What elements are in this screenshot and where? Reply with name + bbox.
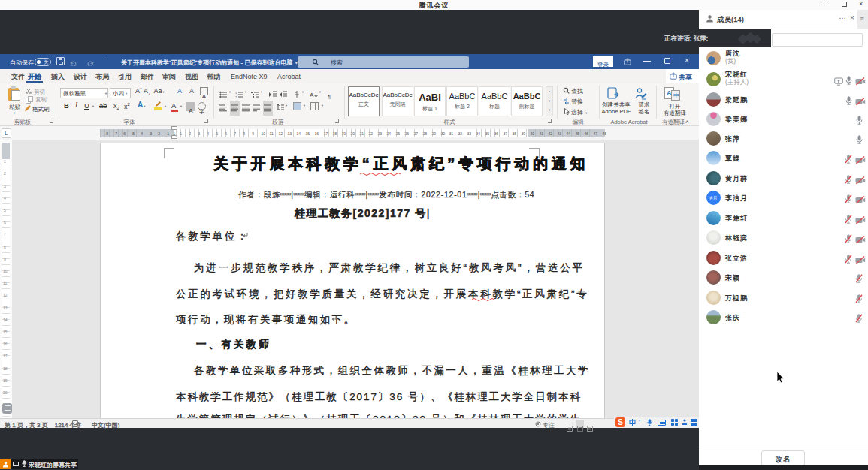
svg-text:1: 1: [235, 91, 237, 95]
svg-text:A: A: [310, 92, 314, 98]
svg-text:2: 2: [235, 95, 237, 99]
